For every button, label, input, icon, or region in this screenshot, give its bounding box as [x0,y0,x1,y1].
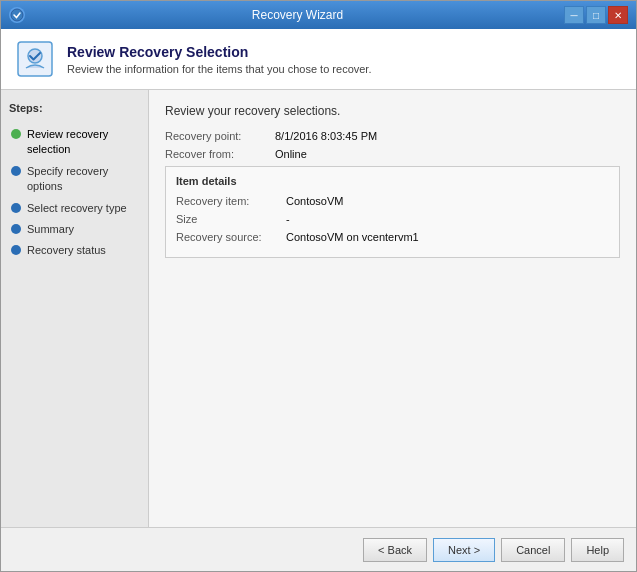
svg-point-0 [11,9,23,21]
minimize-button[interactable]: ─ [564,6,584,24]
header-area: Review Recovery Selection Review the inf… [1,29,636,90]
recovery-point-label: Recovery point: [165,130,275,142]
sidebar: Steps: Review recovery selection Specify… [1,90,149,527]
size-row: Size - [176,213,609,225]
recover-from-row: Recover from: Online [165,148,620,160]
cancel-button[interactable]: Cancel [501,538,565,562]
sidebar-title: Steps: [9,102,140,114]
step-dot-3 [11,203,21,213]
sidebar-item-label-4: Summary [27,222,74,237]
size-value: - [286,213,290,225]
step-dot-4 [11,224,21,234]
title-bar: Recovery Wizard ─ □ ✕ [1,1,636,29]
recover-from-value: Online [275,148,307,160]
sidebar-item-select-type[interactable]: Select recovery type [9,198,140,219]
sidebar-item-label-1: Review recovery selection [27,127,138,158]
recovery-item-label: Recovery item: [176,195,286,207]
back-button[interactable]: < Back [363,538,427,562]
item-details-title: Item details [176,175,609,187]
main-content: Review your recovery selections. Recover… [149,90,636,527]
step-dot-5 [11,245,21,255]
recovery-point-value: 8/1/2016 8:03:45 PM [275,130,377,142]
header-icon [15,39,55,79]
app-icon [9,7,25,23]
title-controls: ─ □ ✕ [564,6,628,24]
sidebar-item-label-5: Recovery status [27,243,106,258]
sidebar-item-label-3: Select recovery type [27,201,127,216]
sidebar-item-label-2: Specify recovery options [27,164,138,195]
header-subtitle: Review the information for the items tha… [67,63,371,75]
recovery-wizard-window: Recovery Wizard ─ □ ✕ Review Recovery Se… [0,0,637,572]
close-button[interactable]: ✕ [608,6,628,24]
next-button[interactable]: Next > [433,538,495,562]
step-dot-1 [11,129,21,139]
recovery-source-value: ContosoVM on vcentervm1 [286,231,419,243]
sidebar-item-review[interactable]: Review recovery selection [9,124,140,161]
recover-from-label: Recover from: [165,148,275,160]
sidebar-item-specify[interactable]: Specify recovery options [9,161,140,198]
window-title: Recovery Wizard [31,8,564,22]
recovery-item-row: Recovery item: ContosoVM [176,195,609,207]
recovery-source-row: Recovery source: ContosoVM on vcentervm1 [176,231,609,243]
header-text: Review Recovery Selection Review the inf… [67,44,371,75]
recovery-item-value: ContosoVM [286,195,343,207]
review-text: Review your recovery selections. [165,104,620,118]
recovery-source-label: Recovery source: [176,231,286,243]
sidebar-item-status[interactable]: Recovery status [9,240,140,261]
recovery-point-row: Recovery point: 8/1/2016 8:03:45 PM [165,130,620,142]
help-button[interactable]: Help [571,538,624,562]
item-details-box: Item details Recovery item: ContosoVM Si… [165,166,620,258]
header-title: Review Recovery Selection [67,44,371,60]
maximize-button[interactable]: □ [586,6,606,24]
size-label: Size [176,213,286,225]
step-dot-2 [11,166,21,176]
content-area: Steps: Review recovery selection Specify… [1,90,636,527]
sidebar-item-summary[interactable]: Summary [9,219,140,240]
footer: < Back Next > Cancel Help [1,527,636,571]
